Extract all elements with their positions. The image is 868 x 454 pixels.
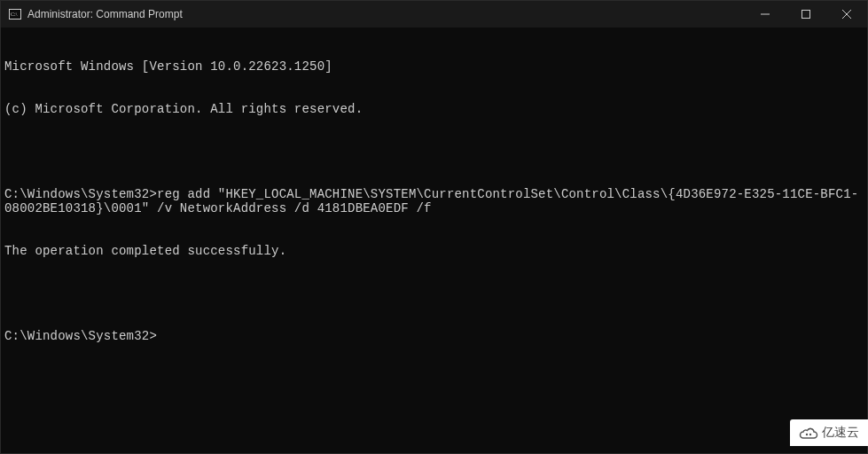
prompt-command-line: C:\Windows\System32>reg add "HKEY_LOCAL_… (4, 187, 864, 215)
banner-line: (c) Microsoft Corporation. All rights re… (4, 102, 864, 116)
active-prompt: C:\Windows\System32> (4, 329, 864, 343)
minimize-icon (761, 10, 770, 19)
maximize-button[interactable] (786, 1, 826, 27)
window-title: Administrator: Command Prompt (27, 8, 183, 20)
close-button[interactable] (826, 1, 867, 27)
banner-line: Microsoft Windows [Version 10.0.22623.12… (4, 59, 864, 74)
titlebar[interactable]: C:\ Administrator: Command Prompt (1, 1, 867, 27)
cloud-icon (799, 426, 818, 440)
output-line: The operation completed successfully. (4, 244, 864, 258)
window-controls (745, 1, 867, 27)
minimize-button[interactable] (745, 1, 786, 27)
terminal-area[interactable]: Microsoft Windows [Version 10.0.22623.12… (1, 27, 867, 453)
cmd-icon: C:\ (8, 7, 22, 21)
svg-point-7 (809, 434, 811, 435)
blank-line (4, 286, 864, 301)
watermark-text: 亿速云 (822, 425, 859, 441)
svg-text:C:\: C:\ (11, 12, 18, 17)
blank-line (4, 145, 864, 159)
prompt: C:\Windows\System32> (4, 187, 157, 201)
svg-point-6 (806, 434, 808, 435)
maximize-icon (802, 10, 810, 19)
close-icon (842, 10, 851, 19)
command-prompt-window: C:\ Administrator: Command Prompt (0, 0, 868, 454)
watermark-badge: 亿速云 (790, 419, 868, 446)
svg-rect-3 (802, 11, 810, 19)
